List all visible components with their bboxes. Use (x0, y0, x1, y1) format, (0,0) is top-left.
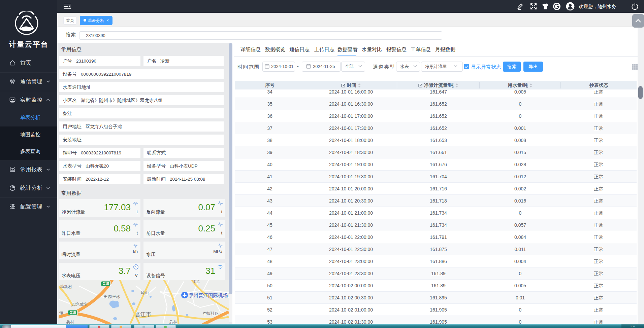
svg-text:G15: G15 (103, 282, 109, 286)
svg-text:塘新村: 塘新村 (60, 284, 72, 289)
svg-text:杏坂社区: 杏坂社区 (203, 311, 219, 316)
svg-text:泉州晋江国际机场: 泉州晋江国际机场 (189, 293, 228, 298)
svg-text:田园张林: 田园张林 (104, 294, 120, 299)
svg-text:后林: 后林 (169, 320, 178, 324)
svg-text:风炉后坑: 风炉后坑 (71, 302, 87, 307)
svg-text:晋江市: 晋江市 (135, 312, 151, 317)
svg-text:仕合: 仕合 (192, 280, 200, 284)
svg-text:G15: G15 (70, 311, 76, 315)
svg-text:崎山: 崎山 (141, 290, 149, 295)
svg-text:镇: 镇 (59, 311, 63, 315)
svg-text:袅村: 袅村 (66, 320, 74, 324)
